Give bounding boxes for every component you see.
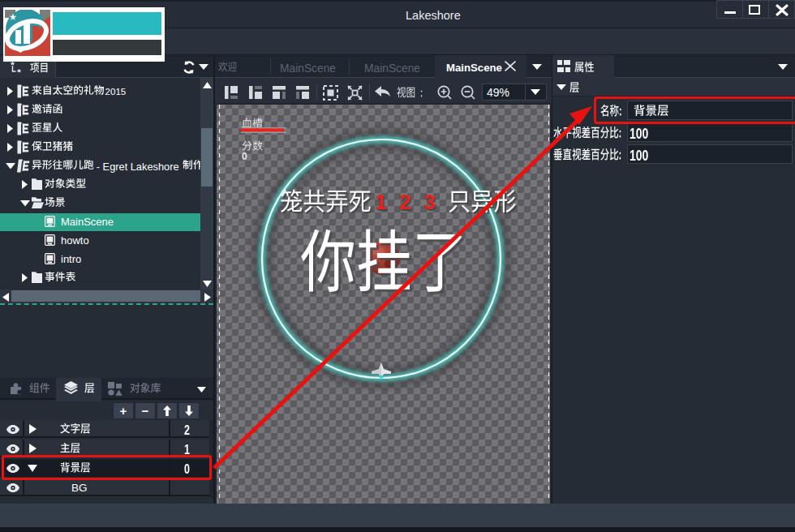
svg-text:2: 2 [399,190,410,214]
svg-text:3: 3 [423,190,435,214]
svg-text:0: 0 [242,151,247,162]
svg-text:1: 1 [375,190,386,214]
